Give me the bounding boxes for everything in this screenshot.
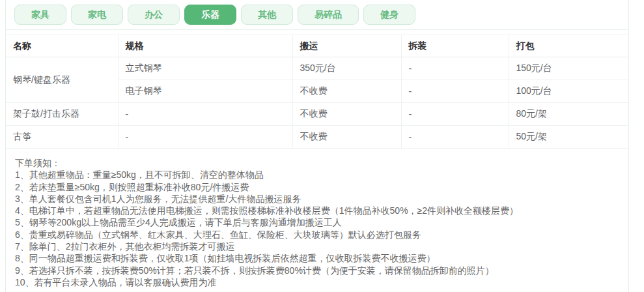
col-header-move: 搬运 bbox=[292, 35, 401, 57]
cell-spec: 立式钢琴 bbox=[118, 57, 292, 80]
note-item: 5、钢琴等200kg以上物品需至少4人完成搬运，请下单后与客服沟通增加搬运工人 bbox=[15, 216, 619, 228]
tab-other[interactable]: 其他 bbox=[241, 5, 293, 25]
cell-move-fee: 不收费 bbox=[292, 103, 401, 126]
note-item: 9、若选择只拆不装，按拆装费50%计算；若只装不拆，则按拆装费80%计费（为便于… bbox=[15, 265, 619, 276]
cell-item-name: 钢琴/键盘乐器 bbox=[6, 57, 118, 103]
cell-disassemble-fee: - bbox=[401, 126, 509, 149]
cell-disassemble-fee: - bbox=[401, 57, 509, 80]
table-row: 古筝 - 不收费 - 50元/架 bbox=[6, 126, 628, 149]
tab-office[interactable]: 办公 bbox=[128, 5, 180, 25]
note-item: 2、若床垫重量≥50kg，则按照超重标准补收80元/件搬运费 bbox=[15, 181, 619, 193]
cell-pack-fee: 80元/架 bbox=[509, 103, 628, 126]
note-item: 10、若有平台未录入物品，请以客服确认费用为准 bbox=[15, 276, 619, 288]
category-tabbar: 家具 家电 办公 乐器 其他 易碎品 健身 bbox=[6, 0, 628, 30]
table-row: 架子鼓/打击乐器 - 不收费 - 80元/架 bbox=[6, 103, 628, 126]
cell-pack-fee: 150元/台 bbox=[509, 57, 628, 80]
tab-fragile[interactable]: 易碎品 bbox=[298, 5, 359, 25]
cell-pack-fee: 100元/台 bbox=[509, 80, 628, 103]
tab-fitness[interactable]: 健身 bbox=[363, 5, 415, 25]
cell-spec: - bbox=[118, 103, 292, 126]
cell-item-name: 古筝 bbox=[6, 126, 118, 149]
order-notes: 下单须知： 1、其他超重物品：重量≥50kg，且不可拆卸、清空的整体物品 2、若… bbox=[6, 149, 628, 292]
cell-disassemble-fee: - bbox=[401, 80, 509, 103]
cell-pack-fee: 50元/架 bbox=[509, 126, 628, 149]
table-header-row: 名称 规格 搬运 拆装 打包 bbox=[6, 35, 628, 57]
cell-move-fee: 不收费 bbox=[292, 126, 401, 149]
cell-disassemble-fee: - bbox=[401, 103, 509, 126]
col-header-spec: 规格 bbox=[118, 35, 292, 57]
note-item: 6、贵重或易碎物品（立式钢琴、红木家具、大理石、鱼缸、保险柜、大块玻璃等）默认必… bbox=[15, 229, 619, 241]
note-item: 7、除单门、2拉门衣柜外，其他衣柜均需拆装才可搬运 bbox=[15, 241, 619, 252]
cell-move-fee: 350元/台 bbox=[292, 57, 401, 80]
pricing-table: 名称 规格 搬运 拆装 打包 钢琴/键盘乐器 立式钢琴 350元/台 - 150… bbox=[6, 35, 628, 149]
cell-move-fee: 不收费 bbox=[292, 80, 401, 103]
tab-instrument[interactable]: 乐器 bbox=[184, 5, 236, 25]
table-row: 钢琴/键盘乐器 立式钢琴 350元/台 - 150元/台 bbox=[6, 57, 628, 80]
col-header-name: 名称 bbox=[6, 35, 118, 57]
notes-title: 下单须知： bbox=[15, 157, 619, 169]
cell-spec: - bbox=[118, 126, 292, 149]
cell-spec: 电子钢琴 bbox=[118, 80, 292, 103]
note-item: 3、单人套餐仅包含司机1人为您服务，无法提供超重/大件物品搬运服务 bbox=[15, 193, 619, 205]
tab-furniture[interactable]: 家具 bbox=[14, 5, 66, 25]
note-item: 4、电梯订单中，若超重物品无法使用电梯搬运，则需按照楼梯标准补收楼层费（1件物品… bbox=[15, 205, 619, 216]
col-header-pack: 打包 bbox=[509, 35, 628, 57]
cell-item-name: 架子鼓/打击乐器 bbox=[6, 103, 118, 126]
col-header-disassemble: 拆装 bbox=[401, 35, 509, 57]
pricing-card: 家具 家电 办公 乐器 其他 易碎品 健身 名称 规格 搬运 拆装 打包 钢琴/… bbox=[5, 0, 629, 292]
tab-appliance[interactable]: 家电 bbox=[71, 5, 123, 25]
note-item: 1、其他超重物品：重量≥50kg，且不可拆卸、清空的整体物品 bbox=[15, 169, 619, 181]
note-item: 8、同一物品超重搬运费和拆装费，仅收取1项（如挂墙电视拆装后依然超重，仅收取拆装… bbox=[15, 252, 619, 264]
